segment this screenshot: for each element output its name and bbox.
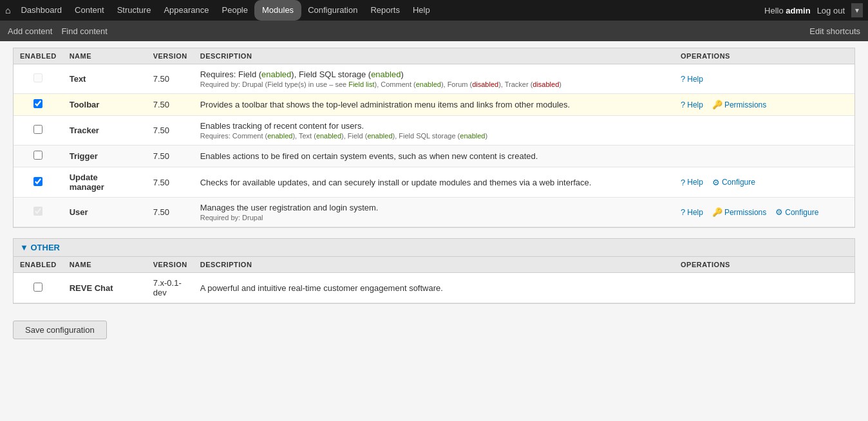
name-cell: REVE Chat: [63, 273, 147, 303]
ops-list: ? Help: [681, 74, 848, 84]
version-cell: 7.x-0.1-dev: [147, 273, 194, 303]
other-table-header-row: ENABLED NAME VERSION DESCRIPTION OPERATI…: [14, 257, 854, 273]
table-row: Trigger 7.50 Enables actions to be fired…: [14, 145, 854, 167]
field-enabled-link[interactable]: enabled: [261, 70, 291, 79]
secondary-links: Add content Find content: [8, 26, 108, 36]
help-link[interactable]: ? Help: [681, 100, 703, 109]
desc-main: Enables tracking of recent content for u…: [200, 121, 668, 131]
desc-cell: Enables tracking of recent content for u…: [194, 116, 674, 145]
enabled-cell: [14, 145, 63, 167]
reve-chat-checkbox[interactable]: [33, 283, 42, 292]
find-content-link[interactable]: Find content: [61, 26, 108, 36]
trigger-checkbox[interactable]: [33, 151, 42, 160]
desc-sub: Required by: Drupal: [200, 214, 668, 221]
field-link[interactable]: enabled: [367, 132, 392, 140]
ops-cell: ? Help ⚙ Configure: [674, 167, 854, 198]
version-cell: 7.50: [147, 198, 194, 227]
toolbar-checkbox[interactable]: [33, 99, 42, 108]
other-col-header-enabled: ENABLED: [14, 257, 63, 273]
update-manager-checkbox[interactable]: [33, 177, 42, 186]
nav-dropdown-button[interactable]: ▾: [851, 3, 863, 17]
configure-link[interactable]: ⚙ Configure: [775, 207, 818, 217]
module-version: 7.50: [153, 74, 169, 84]
field-sql-enabled-link[interactable]: enabled: [371, 70, 401, 79]
nav-structure[interactable]: Structure: [111, 0, 158, 21]
module-version: 7.50: [153, 178, 169, 187]
module-version: 7.50: [153, 207, 169, 217]
comment-link[interactable]: enabled: [267, 132, 292, 140]
text-link[interactable]: enabled: [316, 132, 341, 140]
ops-cell: [674, 273, 854, 303]
col-header-name: NAME: [63, 48, 147, 64]
module-name: Text: [70, 74, 86, 84]
module-version: 7.50: [153, 151, 169, 161]
other-col-header-version: VERSION: [147, 257, 194, 273]
desc-cell: Checks for available updates, and can se…: [194, 167, 674, 198]
enabled-cell: [14, 64, 63, 94]
help-icon: ?: [681, 74, 685, 84]
user-checkbox[interactable]: [33, 207, 42, 216]
home-icon[interactable]: ⌂: [5, 5, 10, 15]
module-name: Tracker: [70, 126, 99, 135]
other-section-header[interactable]: ▼ OTHER: [14, 239, 854, 257]
desc-sub: Required by: Drupal (Field type(s) in us…: [200, 80, 668, 88]
modules-section: ENABLED NAME VERSION DESCRIPTION OPERATI…: [13, 48, 855, 228]
module-name: Toolbar: [70, 100, 100, 109]
gear-icon: ⚙: [775, 207, 783, 217]
version-cell: 7.50: [147, 94, 194, 116]
permissions-link[interactable]: 🔑 Permissions: [712, 207, 766, 217]
help-icon: ?: [681, 207, 685, 217]
col-header-enabled: ENABLED: [14, 48, 63, 64]
nav-appearance[interactable]: Appearance: [157, 0, 215, 21]
module-version: 7.x-0.1-dev: [153, 278, 182, 297]
top-navigation: ⌂ Dashboard Content Structure Appearance…: [0, 0, 868, 21]
modules-table: ENABLED NAME VERSION DESCRIPTION OPERATI…: [14, 48, 854, 227]
other-col-header-name: NAME: [63, 257, 147, 273]
table-row: Toolbar 7.50 Provides a toolbar that sho…: [14, 94, 854, 116]
desc-cell: Manages the user registration and login …: [194, 198, 674, 227]
enabled-cell: [14, 94, 63, 116]
configure-link[interactable]: ⚙ Configure: [712, 178, 755, 187]
text-checkbox[interactable]: [33, 73, 42, 82]
nav-reports[interactable]: Reports: [364, 0, 406, 21]
save-configuration-button[interactable]: Save configuration: [13, 321, 107, 339]
help-link[interactable]: ? Help: [681, 74, 703, 84]
help-icon: ?: [681, 178, 685, 187]
module-version: 7.50: [153, 100, 169, 109]
name-cell: Trigger: [63, 145, 147, 167]
ops-list: ? Help ⚙ Configure: [681, 178, 848, 187]
greeting: Hello admin: [764, 6, 811, 15]
nav-modules[interactable]: Modules: [254, 0, 301, 21]
desc-cell: A powerful and intuitive real-time custo…: [194, 273, 674, 303]
nav-help[interactable]: Help: [406, 0, 437, 21]
secondary-bar: Add content Find content Edit shortcuts: [0, 21, 868, 41]
field-list-link[interactable]: Field list: [348, 80, 374, 88]
version-cell: 7.50: [147, 145, 194, 167]
module-version: 7.50: [153, 126, 169, 135]
enabled-cell: [14, 198, 63, 227]
nav-people[interactable]: People: [216, 0, 254, 21]
help-link[interactable]: ? Help: [681, 207, 703, 217]
edit-shortcuts-link[interactable]: Edit shortcuts: [809, 26, 860, 36]
comment-enabled-link[interactable]: enabled: [416, 80, 441, 88]
gear-icon: ⚙: [712, 178, 720, 187]
nav-configuration[interactable]: Configuration: [301, 0, 364, 21]
ops-list: ? Help 🔑 Permissions: [681, 100, 848, 109]
ops-list: ? Help 🔑 Permissions ⚙ Configure: [681, 207, 848, 217]
desc-cell: Provides a toolbar that shows the top-le…: [194, 94, 674, 116]
enabled-cell: [14, 273, 63, 303]
nav-content[interactable]: Content: [68, 0, 111, 21]
tracker-checkbox[interactable]: [33, 125, 42, 134]
name-cell: Text: [63, 64, 147, 94]
desc-main: Requires: Field (enabled), Field SQL sto…: [200, 70, 668, 79]
enabled-cell: [14, 167, 63, 198]
logout-link[interactable]: Log out: [817, 6, 845, 15]
permissions-link[interactable]: 🔑 Permissions: [712, 100, 766, 109]
help-link[interactable]: ? Help: [681, 178, 703, 187]
nav-right: Hello admin Log out ▾: [764, 3, 863, 17]
table-header-row: ENABLED NAME VERSION DESCRIPTION OPERATI…: [14, 48, 854, 64]
nav-dashboard[interactable]: Dashboard: [14, 0, 68, 21]
ops-cell: ? Help: [674, 64, 854, 94]
add-content-link[interactable]: Add content: [8, 26, 52, 36]
fieldsql-link[interactable]: enabled: [460, 132, 485, 140]
